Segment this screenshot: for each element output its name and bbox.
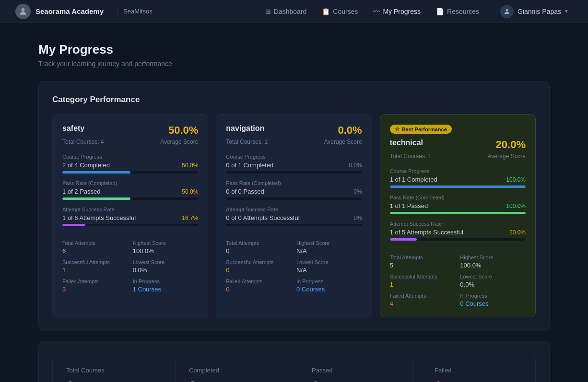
- categories-grid: safety 50.0% Total Courses: 4 Average Sc…: [52, 114, 536, 317]
- navbar: Seaorama Academy SeaMitsos ⊞ Dashboard 📋…: [0, 0, 588, 23]
- summary-failed: Failed 1: [421, 355, 536, 382]
- safety-highest-score-label: Highest Score: [133, 240, 199, 246]
- technical-attempt-text: 1 of 5 Attempts Successful: [390, 229, 463, 236]
- technical-attempt-success: Attempt Success Rate 1 of 5 Attempts Suc…: [390, 221, 526, 241]
- safety-score: 50.0%: [168, 124, 198, 137]
- category-performance-title: Category Performance: [52, 95, 536, 104]
- brand[interactable]: Seaorama Academy: [15, 4, 104, 19]
- safety-attempt-text: 1 of 6 Attempts Successful: [62, 214, 136, 221]
- technical-in-progress-value: 0 Courses: [460, 300, 526, 307]
- technical-successful-attempts: Successful Attempts 1: [390, 274, 456, 288]
- navigation-total-attempts-value: 0: [226, 247, 292, 255]
- summary-passed-label: Passed: [312, 367, 399, 374]
- nav-dashboard[interactable]: ⊞ Dashboard: [259, 5, 314, 18]
- safety-attempt-row: 1 of 6 Attempts Successful 16.7%: [62, 214, 198, 221]
- safety-highest-score-value: 100.0%: [133, 247, 199, 255]
- navigation-course-progress: Course Progress 0 of 1 Completed 0.0%: [226, 154, 362, 174]
- navigation-course-progress-text: 0 of 1 Completed: [226, 162, 273, 169]
- navigation-failed-attempts-value: 0: [226, 286, 292, 293]
- summary-section: Total Courses 6 Completed 3 Passed 2 Fai…: [38, 341, 550, 382]
- safety-attempt-fill: [62, 224, 85, 226]
- summary-completed-value: 3: [189, 379, 276, 382]
- safety-divider: [62, 233, 198, 233]
- technical-name: technical: [390, 139, 423, 147]
- navigation-pass-rate: Pass Rate (Completed) 0 of 0 Passed 0%: [226, 180, 362, 200]
- technical-course-progress-row: 1 of 1 Completed 100.0%: [390, 176, 526, 183]
- technical-attempt-fill: [390, 238, 417, 241]
- best-badge-label: Best Performance: [402, 127, 447, 132]
- nav-courses[interactable]: 📋 Courses: [315, 5, 365, 18]
- technical-attempt-pct: 20.0%: [509, 229, 526, 236]
- brand-avatar: [15, 4, 31, 19]
- navigation-attempt-pct: 0%: [353, 215, 362, 221]
- navigation-course-progress-pct: 0.0%: [349, 162, 362, 169]
- courses-icon: 📋: [322, 8, 330, 15]
- technical-lowest-score-label: Lowest Score: [460, 274, 526, 279]
- technical-course-progress-fill: [390, 185, 526, 188]
- technical-failed-attempts-value: 4: [390, 300, 456, 307]
- safety-total-attempts-value: 6: [62, 247, 128, 255]
- navigation-divider: [226, 233, 362, 233]
- navigation-course-progress-label: Course Progress: [226, 154, 362, 160]
- technical-avg-label: Average Score: [488, 153, 526, 160]
- safety-lowest-score: Lowest Score 0.0%: [133, 259, 199, 274]
- navigation-in-progress-label: In Progress: [296, 278, 362, 284]
- user-name: Giannis Papas: [517, 8, 561, 15]
- technical-pass-rate-fill: [390, 212, 526, 214]
- technical-attempt-bar: [390, 238, 526, 241]
- navigation-name: navigation: [226, 124, 264, 133]
- safety-attempt-success: Attempt Success Rate 1 of 6 Attempts Suc…: [62, 207, 198, 226]
- safety-pass-rate-pct: 50.0%: [182, 188, 198, 195]
- safety-pass-rate-fill: [62, 197, 130, 200]
- summary-total-courses-label: Total Courses: [66, 367, 153, 374]
- navigation-failed-attempts-label: Failed Attempts: [226, 278, 292, 284]
- category-card-technical: ☆ Best Performance technical 20.0% Total…: [380, 114, 536, 317]
- svg-point-0: [22, 8, 25, 12]
- navigation-pass-rate-text: 0 of 0 Passed: [226, 188, 264, 195]
- navigation-lowest-score: Lowest Score N/A: [296, 259, 362, 274]
- summary-completed: Completed 3: [175, 355, 290, 382]
- safety-attempt-label: Attempt Success Rate: [62, 207, 198, 212]
- safety-successful-attempts-value: 1: [62, 266, 128, 274]
- navigation-successful-attempts: Successful Attempts 0: [226, 259, 292, 274]
- technical-course-progress: Course Progress 1 of 1 Completed 100.0%: [390, 168, 526, 188]
- technical-course-progress-text: 1 of 1 Completed: [390, 176, 437, 183]
- technical-highest-score-label: Highest Score: [460, 255, 526, 260]
- safety-total-attempts: Total Attempts 6: [62, 240, 128, 255]
- safety-pass-rate-text: 1 of 2 Passed: [62, 188, 101, 195]
- page-title: My Progress: [38, 42, 550, 57]
- dashboard-icon: ⊞: [265, 8, 271, 15]
- navigation-successful-attempts-value: 0: [226, 266, 292, 274]
- user-menu[interactable]: Giannis Papas ▾: [495, 3, 573, 20]
- navigation-attempt-row: 0 of 0 Attempts Successful 0%: [226, 214, 362, 221]
- technical-score: 20.0%: [496, 139, 526, 151]
- navigation-attempt-bar: [226, 224, 362, 226]
- navigation-pass-rate-bar: [226, 197, 362, 200]
- technical-extra-stats: Total Attempts 5 Highest Score 100.0% Su…: [390, 255, 526, 307]
- safety-course-progress-fill: [62, 171, 130, 174]
- safety-course-progress-text: 2 of 4 Completed: [62, 162, 110, 169]
- navigation-highest-score-value: N/A: [296, 247, 362, 255]
- safety-course-progress-row: 2 of 4 Completed 50.0%: [62, 162, 198, 169]
- resources-icon: 📄: [436, 8, 444, 15]
- nav-my-progress[interactable]: 〰 My Progress: [366, 5, 427, 18]
- navigation-successful-attempts-label: Successful Attempts: [226, 259, 292, 265]
- nav-resources[interactable]: 📄 Resources: [429, 5, 486, 18]
- summary-passed-value: 2: [312, 379, 399, 382]
- nav-my-progress-label: My Progress: [383, 8, 421, 15]
- technical-attempt-row: 1 of 5 Attempts Successful 20.0%: [390, 229, 526, 236]
- technical-failed-attempts: Failed Attempts 4: [390, 293, 456, 307]
- navigation-failed-attempts: Failed Attempts 0: [226, 278, 292, 293]
- safety-failed-attempts-value: 3: [62, 286, 128, 293]
- navigation-header: navigation 0.0%: [226, 124, 362, 137]
- technical-header: technical 20.0%: [390, 139, 526, 151]
- user-menu-chevron-icon: ▾: [565, 8, 568, 14]
- safety-lowest-score-value: 0.0%: [133, 266, 199, 274]
- technical-total-attempts-value: 5: [390, 262, 456, 269]
- progress-icon: 〰: [373, 8, 380, 15]
- navigation-attempt-text: 0 of 0 Attempts Successful: [226, 214, 299, 221]
- brand-subtitle: SeaMitsos: [123, 8, 153, 15]
- summary-total-courses: Total Courses 6: [52, 355, 167, 382]
- technical-lowest-score: Lowest Score 0.0%: [460, 274, 526, 288]
- technical-attempt-label: Attempt Success Rate: [390, 221, 526, 227]
